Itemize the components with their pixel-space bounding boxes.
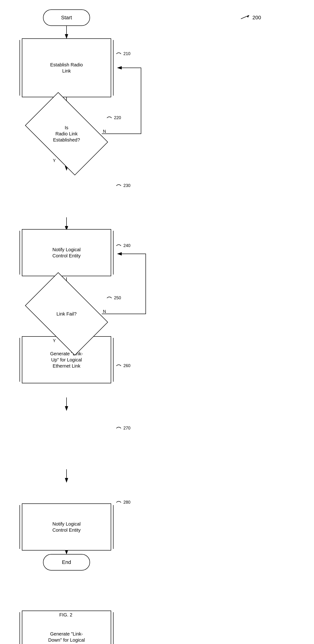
node-220-id: 220	[106, 116, 121, 120]
node-250-n-label: N	[103, 309, 106, 314]
node-260-label: Notify LogicalControl Entity	[52, 521, 81, 533]
node-270-id: 270	[115, 426, 131, 431]
node-280-id: 280	[115, 500, 131, 505]
end-label: End	[62, 559, 71, 565]
node-230-label: Notify LogicalControl Entity	[52, 246, 81, 259]
node-240-id: 240	[115, 243, 131, 248]
svg-marker-11	[247, 15, 249, 18]
node-250-label: Link Fail?	[56, 311, 77, 317]
node-210: Establish RadioLink	[22, 38, 111, 97]
node-210-id: 210	[115, 51, 131, 56]
node-270-label: Generate "Link-Down" for LogicalEthernet…	[48, 631, 85, 644]
node-250: Link Fail?	[31, 290, 102, 338]
start-label: Start	[61, 14, 72, 21]
node-220-label: IsRadio LinkEstablished?	[53, 124, 80, 143]
node-240-label: Generate "Link-Up" for LogicalEthernet L…	[50, 350, 83, 369]
node-260: Notify LogicalControl Entity	[22, 504, 111, 550]
node-230-id: 230	[115, 183, 131, 188]
node-220-y-label: Y	[53, 158, 56, 163]
node-220: IsRadio LinkEstablished?	[31, 110, 102, 157]
node-260-id: 260	[115, 363, 131, 368]
figure-label: FIG. 2	[42, 612, 89, 618]
flowchart-diagram: Start Establish RadioLink 210 IsRadio Li…	[0, 0, 314, 644]
node-250-id: 250	[106, 296, 121, 300]
end-node: End	[43, 554, 90, 570]
node-210-label: Establish RadioLink	[50, 62, 83, 74]
node-250-y-label: Y	[53, 338, 56, 343]
start-node: Start	[43, 10, 90, 26]
node-230: Notify LogicalControl Entity	[22, 229, 111, 276]
diagram-number: 200	[240, 14, 261, 21]
node-220-n-label: N	[103, 129, 106, 134]
